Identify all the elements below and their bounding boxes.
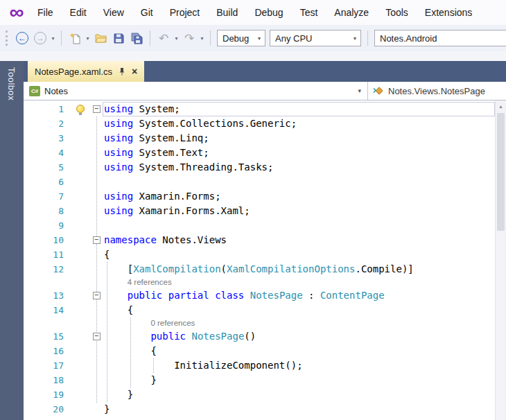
line-number: 19 — [24, 387, 71, 402]
redo-button[interactable]: ↷ — [180, 29, 198, 47]
code-text[interactable]: { — [103, 344, 495, 358]
quick-actions-lightbulb-icon[interactable] — [76, 105, 85, 113]
close-icon[interactable]: × — [132, 67, 137, 76]
code-line[interactable]: 17 InitializeComponent(); — [24, 358, 495, 373]
codelens-row[interactable]: 0 references — [24, 317, 495, 329]
solution-platform-combo[interactable]: Any CPU ▾ — [270, 30, 361, 46]
scroll-up-icon[interactable]: ▲ — [496, 100, 506, 109]
save-all-icon — [131, 33, 143, 44]
type-member-dropdown[interactable]: Notes.Views.NotesPage — [367, 82, 506, 100]
code-line[interactable]: 1−using System; — [24, 102, 495, 116]
fold-collapse-icon[interactable]: − — [93, 236, 101, 244]
code-line[interactable]: 12 [XamlCompilation(XamlCompilationOptio… — [24, 262, 495, 277]
menu-item-test[interactable]: Test — [292, 0, 326, 25]
code-text[interactable] — [103, 218, 495, 233]
code-text[interactable]: InitializeComponent(); — [103, 358, 495, 373]
code-line[interactable]: 7using Xamarin.Forms; — [24, 189, 495, 204]
codelens-references[interactable]: 4 references — [103, 277, 495, 288]
solution-configuration-value: Debug — [223, 33, 249, 44]
code-line[interactable]: 18 } — [24, 373, 495, 387]
code-line[interactable]: 11{ — [24, 247, 495, 262]
menu-item-view[interactable]: View — [95, 0, 132, 25]
new-file-button[interactable] — [66, 29, 84, 47]
project-dropdown-value: Notes — [44, 86, 68, 96]
menu-item-edit[interactable]: Edit — [62, 0, 95, 25]
undo-dropdown[interactable]: ▾ — [173, 35, 180, 42]
code-text[interactable]: using Xamarin.Forms; — [103, 189, 495, 204]
document-tab[interactable]: NotesPage.xaml.cs × — [28, 61, 144, 82]
line-number: 5 — [24, 160, 71, 175]
code-text[interactable]: public NotesPage() — [103, 329, 495, 344]
line-number: 2 — [24, 116, 71, 131]
navigate-back-button[interactable]: ← — [13, 29, 31, 47]
code-line[interactable]: 20} — [24, 402, 495, 417]
line-number: 12 — [24, 262, 71, 277]
startup-project-value: Notes.Android — [380, 33, 437, 44]
code-line[interactable]: 19 } — [24, 387, 495, 402]
solution-configuration-combo[interactable]: Debug ▾ — [217, 30, 265, 46]
menu-item-debug[interactable]: Debug — [246, 0, 291, 25]
code-text[interactable]: { — [103, 247, 495, 262]
code-text[interactable]: } — [103, 402, 495, 417]
menu-item-file[interactable]: File — [29, 0, 62, 25]
code-text[interactable]: } — [103, 373, 495, 387]
code-text[interactable]: using Xamarin.Forms.Xaml; — [103, 204, 495, 218]
new-item-dropdown[interactable]: ▾ — [84, 35, 91, 42]
navigate-forward-button[interactable]: → — [31, 29, 49, 47]
save-button[interactable] — [110, 29, 128, 47]
code-line[interactable]: 2using System.Collections.Generic; — [24, 116, 495, 131]
code-line[interactable]: 15− public NotesPage() — [24, 329, 495, 344]
code-text[interactable]: using System; — [103, 102, 495, 116]
code-line[interactable]: 3using System.Linq; — [24, 131, 495, 146]
menu-item-project[interactable]: Project — [162, 0, 209, 25]
vertical-scrollbar[interactable]: ▲ — [495, 100, 506, 420]
code-text[interactable]: using System.Threading.Tasks; — [103, 160, 495, 175]
code-text[interactable]: using System.Linq; — [103, 131, 495, 146]
navigation-history-dropdown[interactable]: ▾ — [49, 35, 57, 42]
code-editor[interactable]: 1−using System;2using System.Collections… — [24, 100, 506, 420]
menu-item-extensions[interactable]: Extensions — [417, 0, 480, 25]
code-text[interactable]: using System.Collections.Generic; — [103, 116, 495, 131]
code-line[interactable]: 5using System.Threading.Tasks; — [24, 160, 495, 175]
startup-project-combo[interactable]: Notes.Android — [374, 30, 506, 46]
codelens-references[interactable]: 0 references — [103, 317, 495, 329]
code-line[interactable]: 4using System.Text; — [24, 146, 495, 160]
fold-collapse-icon[interactable]: − — [93, 333, 101, 340]
line-number: 3 — [24, 131, 71, 146]
menu-item-git[interactable]: Git — [132, 0, 162, 25]
menu-item-build[interactable]: Build — [208, 0, 246, 25]
redo-dropdown[interactable]: ▾ — [198, 35, 206, 42]
code-text[interactable]: { — [103, 303, 495, 317]
code-line[interactable]: 8using Xamarin.Forms.Xaml; — [24, 204, 495, 218]
codelens-row[interactable]: 4 references — [24, 277, 495, 288]
code-line[interactable]: 16 { — [24, 344, 495, 358]
fold-collapse-icon[interactable]: − — [93, 105, 101, 113]
undo-button[interactable]: ↶ — [155, 29, 173, 47]
undo-icon: ↶ — [159, 31, 168, 46]
line-number: 1 — [24, 102, 71, 116]
pin-icon[interactable] — [118, 67, 126, 76]
menu-item-tools[interactable]: Tools — [377, 0, 417, 25]
code-line[interactable]: 13− public partial class NotesPage : Con… — [24, 288, 495, 303]
scrollbar-thumb[interactable] — [497, 113, 505, 231]
code-line[interactable]: 10−namespace Notes.Views — [24, 233, 495, 247]
code-text[interactable]: } — [103, 387, 495, 402]
code-line[interactable]: 14 { — [24, 303, 495, 317]
open-file-button[interactable] — [91, 29, 110, 47]
chevron-down-icon: ▾ — [254, 35, 265, 42]
code-text[interactable]: public partial class NotesPage : Content… — [103, 288, 495, 303]
forward-icon: → — [34, 32, 46, 44]
menu-item-analyze[interactable]: Analyze — [326, 0, 377, 25]
code-text[interactable]: namespace Notes.Views — [103, 233, 495, 247]
code-text[interactable] — [103, 175, 495, 189]
toolbox-side-tab[interactable]: Toolbox — [6, 61, 17, 100]
code-line[interactable]: 6 — [24, 175, 495, 189]
fold-collapse-icon[interactable]: − — [93, 292, 101, 299]
toolbar-grip-handle[interactable] — [6, 30, 8, 46]
code-text[interactable]: [XamlCompilation(XamlCompilationOptions.… — [103, 262, 495, 277]
save-all-button[interactable] — [128, 29, 146, 47]
project-dropdown[interactable]: C# Notes ▾ — [24, 82, 367, 100]
code-text[interactable]: using System.Text; — [103, 146, 495, 160]
line-number: 18 — [24, 373, 71, 387]
code-line[interactable]: 9 — [24, 218, 495, 233]
